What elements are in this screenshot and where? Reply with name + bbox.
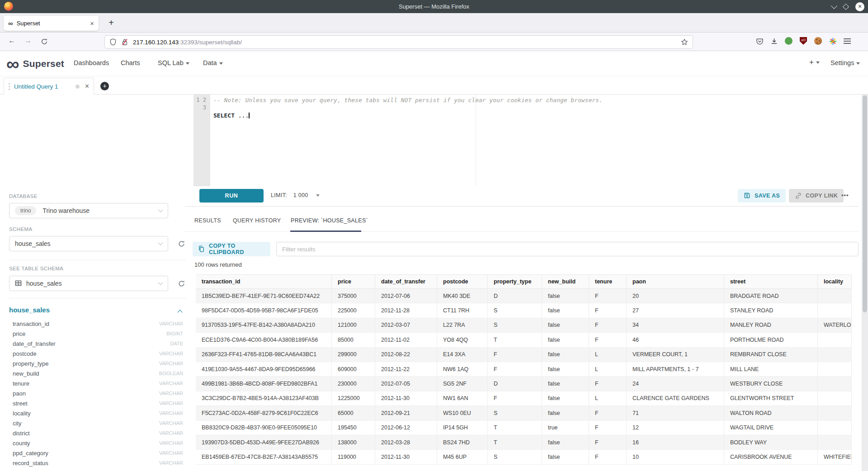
divider bbox=[9, 260, 186, 260]
settings-menu[interactable]: Settings bbox=[830, 59, 860, 66]
sql-lab-sidebar: DATABASE trino Trino warehouse SCHEMA ho… bbox=[0, 94, 186, 471]
limit-dropdown[interactable]: LIMIT: 1 000 bbox=[271, 192, 320, 198]
database-select[interactable]: trino Trino warehouse bbox=[9, 203, 168, 218]
more-options-button[interactable]: ••• bbox=[841, 192, 849, 198]
schema-column[interactable]: streetVARCHAR bbox=[0, 398, 186, 408]
window-titlebar[interactable]: Superset — Mozilla Firefox × bbox=[0, 0, 868, 13]
browser-tab-superset[interactable]: ∞ Superset × bbox=[4, 16, 99, 31]
schema-column[interactable]: transaction_idVARCHAR bbox=[0, 319, 186, 329]
new-tab-button[interactable]: + bbox=[105, 17, 118, 29]
table-cell: PORTHOLME ROAD bbox=[724, 333, 818, 347]
table-cell bbox=[818, 303, 852, 317]
window-maximize-icon[interactable] bbox=[843, 3, 849, 9]
schema-column[interactable]: districtVARCHAR bbox=[0, 428, 186, 438]
forward-button[interactable]: → bbox=[24, 37, 32, 45]
results-header-cell[interactable]: paon bbox=[627, 275, 724, 288]
table-cell: MILL LANE bbox=[724, 362, 818, 376]
downloads-icon[interactable] bbox=[770, 38, 778, 45]
sql-editor[interactable]: 1 2 3 -- Note: Unless you save your quer… bbox=[185, 94, 859, 186]
table-cell bbox=[818, 289, 852, 303]
run-button[interactable]: RUN bbox=[199, 189, 264, 203]
nav-item-data[interactable]: Data bbox=[203, 59, 223, 66]
results-header-cell[interactable]: date_of_transfer bbox=[375, 275, 437, 288]
refresh-tables-icon[interactable] bbox=[178, 280, 186, 288]
table-cell bbox=[818, 362, 852, 376]
tab-results[interactable]: RESULTS bbox=[194, 217, 221, 224]
table-schema-select[interactable]: house_sales bbox=[9, 276, 168, 291]
table-cell: F bbox=[488, 391, 542, 405]
schema-column[interactable]: postcodeVARCHAR bbox=[0, 349, 186, 358]
table-cell: S bbox=[488, 450, 542, 464]
schema-column[interactable]: cityVARCHAR bbox=[0, 418, 186, 428]
copy-link-button[interactable]: COPY LINK bbox=[789, 189, 844, 203]
schema-column[interactable]: priceBIGINT bbox=[0, 329, 186, 339]
schema-column[interactable]: ppd_categoryVARCHAR bbox=[0, 448, 186, 458]
column-type: DATE bbox=[170, 341, 183, 346]
table-cell: F bbox=[589, 333, 627, 347]
superset-logo[interactable]: ∞ Superset bbox=[6, 54, 64, 74]
pinwheel-extension-icon[interactable] bbox=[829, 38, 836, 45]
schema-select[interactable]: house_sales bbox=[9, 236, 168, 251]
table-title[interactable]: house_sales bbox=[9, 306, 50, 314]
ublock-origin-icon[interactable]: uO bbox=[800, 37, 807, 45]
url-bar[interactable]: 217.160.120.143:32393/superset/sqllab/ bbox=[105, 36, 693, 48]
privacy-badger-icon[interactable] bbox=[785, 37, 793, 45]
shield-icon[interactable] bbox=[109, 38, 117, 46]
schema-column[interactable]: countyVARCHAR bbox=[0, 438, 186, 448]
table-cell bbox=[818, 391, 852, 405]
schema-column[interactable]: statusVARCHAR bbox=[0, 468, 186, 471]
results-header-cell[interactable]: new_build bbox=[542, 275, 589, 288]
reload-icon[interactable] bbox=[41, 38, 48, 45]
table-cell: 1B5C39ED-BE7F-41EF-9E71-9C60EED74A22 bbox=[196, 289, 332, 303]
save-as-button[interactable]: SAVE AS bbox=[738, 189, 786, 203]
south-pane-tabs: RESULTS QUERY HISTORY PREVIEW: `HOUSE_SA… bbox=[185, 207, 859, 232]
back-button[interactable]: ← bbox=[8, 37, 15, 45]
schema-column[interactable]: record_statusVARCHAR bbox=[0, 458, 186, 468]
lock-disabled-icon[interactable] bbox=[121, 38, 128, 46]
schema-column[interactable]: paonVARCHAR bbox=[0, 388, 186, 398]
table-cell: WHITEFIELD bbox=[818, 450, 852, 464]
copy-to-clipboard-button[interactable]: COPY TO CLIPBOARD bbox=[193, 242, 270, 256]
results-header-cell[interactable]: property_type bbox=[488, 275, 542, 288]
results-header-cell[interactable]: transaction_id bbox=[196, 275, 332, 288]
results-header-cell[interactable]: postcode bbox=[437, 275, 488, 288]
bookmark-star-icon[interactable] bbox=[681, 38, 688, 46]
cookie-extension-icon[interactable] bbox=[814, 37, 822, 45]
table-cell: F bbox=[488, 348, 542, 362]
filter-results-input[interactable]: Filter results bbox=[276, 242, 859, 256]
schema-column[interactable]: localityVARCHAR bbox=[0, 408, 186, 418]
collapse-chevron-up-icon[interactable] bbox=[177, 310, 182, 315]
nav-item-sql-lab[interactable]: SQL Lab bbox=[158, 59, 189, 66]
table-cell: WESTBURY CLOSE bbox=[724, 377, 818, 391]
schema-columns: transaction_idVARCHARpriceBIGINTdate_of_… bbox=[0, 319, 186, 471]
schema-column[interactable]: new_buildBOOLEAN bbox=[0, 368, 186, 378]
tab-query-history[interactable]: QUERY HISTORY bbox=[233, 217, 281, 224]
browser-tab-close-icon[interactable]: × bbox=[90, 19, 94, 27]
results-header-cell[interactable]: price bbox=[332, 275, 375, 288]
refresh-schemas-icon[interactable] bbox=[178, 240, 186, 248]
pocket-icon[interactable] bbox=[756, 38, 763, 45]
schema-column[interactable]: date_of_transferDATE bbox=[0, 339, 186, 349]
results-header-cell[interactable]: tenure bbox=[589, 275, 627, 288]
window-minimize-icon[interactable] bbox=[831, 2, 837, 9]
nav-item-charts[interactable]: Charts bbox=[121, 59, 140, 66]
vertical-scrollbar[interactable] bbox=[862, 94, 868, 471]
add-new-button[interactable]: + bbox=[809, 58, 820, 67]
schema-column[interactable]: tenureVARCHAR bbox=[0, 378, 186, 388]
tab-preview-house-sales[interactable]: PREVIEW: `HOUSE_SALES` bbox=[291, 217, 368, 224]
table-cell: F bbox=[589, 421, 627, 435]
nav-item-dashboards[interactable]: Dashboards bbox=[74, 59, 109, 66]
menu-hamburger-icon[interactable] bbox=[844, 38, 851, 44]
scrollbar-thumb[interactable] bbox=[863, 95, 867, 312]
query-tab-close-icon[interactable]: × bbox=[85, 82, 89, 90]
editor-code[interactable]: -- Note: Unless you save your query, the… bbox=[213, 96, 603, 119]
query-tab-untitled-1[interactable]: Untitled Query 1 × bbox=[4, 78, 94, 94]
add-query-tab-button[interactable]: + bbox=[100, 82, 109, 90]
table-cell: T bbox=[488, 333, 542, 347]
schema-column[interactable]: property_typeVARCHAR bbox=[0, 358, 186, 368]
results-header-cell[interactable]: street bbox=[724, 275, 818, 288]
window-close-icon[interactable]: × bbox=[855, 2, 864, 11]
drag-grip-icon[interactable] bbox=[9, 83, 10, 90]
column-name: date_of_transfer bbox=[13, 340, 170, 347]
results-header-cell[interactable]: locality bbox=[818, 275, 852, 288]
